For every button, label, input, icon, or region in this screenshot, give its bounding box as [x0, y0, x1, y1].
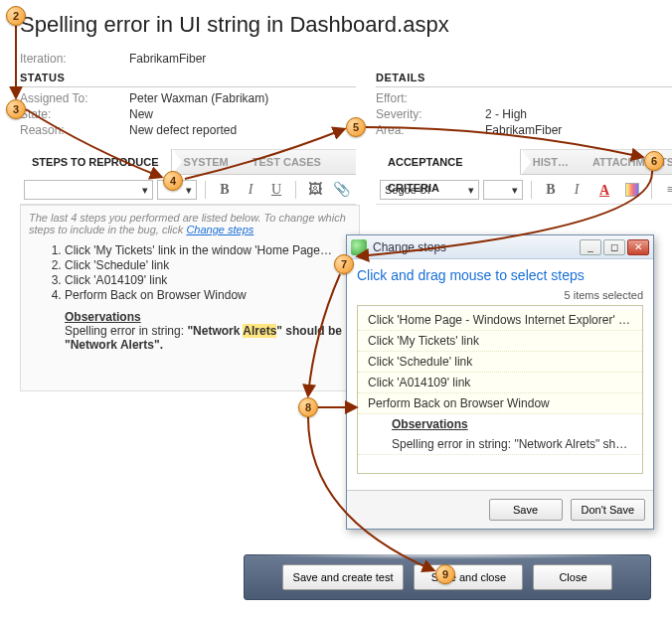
step-option[interactable]: Click 'Schedule' link [358, 352, 642, 373]
attach-button[interactable]: 📎 [330, 179, 352, 201]
change-steps-dialog: Change steps _ ◻ ✕ Click and drag mouse … [346, 234, 654, 530]
close-button[interactable]: Close [533, 564, 612, 590]
minimize-button[interactable]: _ [580, 239, 601, 255]
steps-hint: The last 4 steps you performed are liste… [29, 212, 351, 235]
dialog-title: Change steps [373, 240, 580, 254]
observations-text: Spelling error in string: "Network Alret… [358, 434, 642, 455]
underline-button[interactable]: U [265, 179, 287, 201]
reason-value: New defect reported [129, 123, 237, 137]
assignedto-value: Peter Waxman (Fabrikam) [129, 91, 268, 105]
chevron-down-icon: ▾ [468, 181, 474, 199]
dialog-save-button[interactable]: Save [489, 499, 563, 521]
app-icon [351, 239, 367, 255]
close-button[interactable]: ✕ [627, 239, 649, 255]
bold-button[interactable]: B [540, 179, 562, 201]
reason-label: Reason: [20, 123, 129, 137]
image-button[interactable]: 🖼 [304, 179, 326, 201]
status-column: STATUS Assigned To:Peter Waxman (Fabrika… [20, 72, 356, 391]
maximize-button[interactable]: ◻ [603, 239, 625, 255]
observations-body: Spelling error in string: "Network Alret… [65, 324, 351, 352]
steps-list: Click 'My Tickets' link in the window 'H… [65, 243, 351, 302]
callout-7: 7 [334, 254, 354, 274]
step-option[interactable]: Click 'Home Page - Windows Internet Expl… [358, 310, 642, 331]
observations-header: Observations [358, 414, 642, 434]
save-and-close-button[interactable]: Save and close [414, 564, 523, 590]
steps-editor[interactable]: The last 4 steps you performed are liste… [20, 205, 360, 391]
step-item: Click 'A014109' link [65, 273, 351, 287]
font-color-button[interactable]: A [595, 179, 617, 201]
dialog-dont-save-button[interactable]: Don't Save [571, 499, 645, 521]
step-item: Click 'My Tickets' link in the window 'H… [65, 243, 351, 257]
step-option[interactable]: Perform Back on Browser Window [358, 393, 642, 414]
state-label: State: [20, 107, 129, 121]
chevron-down-icon: ▾ [142, 181, 148, 199]
steps-selector[interactable]: Click 'Home Page - Windows Internet Expl… [357, 305, 643, 474]
font-size-select[interactable]: ▾ [483, 180, 523, 200]
callout-4: 4 [163, 171, 183, 191]
callout-9: 9 [435, 564, 455, 584]
iteration-value: FabrikamFiber [129, 52, 206, 66]
save-and-create-test-button[interactable]: Save and create test [282, 564, 405, 590]
font-family-select[interactable]: ▾ [24, 180, 153, 200]
tab-steps-to-reproduce[interactable]: STEPS TO REPRODUCE [20, 149, 172, 175]
area-label: Area: [376, 123, 485, 137]
area-value: FabrikamFiber [485, 123, 562, 137]
italic-button[interactable]: I [566, 179, 588, 201]
left-toolbar: ▾ ▾ B I U 🖼 📎 [20, 175, 356, 205]
chevron-down-icon: ▾ [512, 181, 518, 199]
severity-label: Severity: [376, 107, 485, 121]
status-header: STATUS [20, 72, 356, 87]
step-option[interactable]: Click 'A014109' link [358, 373, 642, 393]
align-button[interactable]: ≡ [660, 179, 672, 201]
change-steps-link[interactable]: Change steps [186, 224, 253, 235]
step-item: Perform Back on Browser Window [65, 288, 351, 302]
tab-test-cases[interactable]: TEST CASES [241, 149, 333, 175]
right-tabstrip: ACCEPTANCE CRITERIA HIST… ATTACHMENTS [376, 149, 672, 175]
callout-8: 8 [298, 397, 318, 417]
details-header: DETAILS [376, 72, 672, 87]
iteration-label: Iteration: [20, 52, 129, 66]
callout-5: 5 [346, 117, 366, 137]
observations-header: Observations [65, 310, 351, 324]
effort-label: Effort: [376, 91, 485, 105]
step-option[interactable]: Click 'My Tickets' link [358, 331, 642, 352]
tab-system[interactable]: SYSTEM [172, 149, 241, 175]
state-value: New [129, 107, 153, 121]
highlight-button[interactable] [621, 179, 643, 201]
dialog-instruction: Click and drag mouse to select steps [357, 267, 643, 283]
selected-count: 5 items selected [357, 289, 643, 301]
left-tabstrip: STEPS TO REPRODUCE SYSTEM TEST CASES [20, 149, 356, 175]
callout-3: 3 [6, 99, 26, 119]
page-title: Spelling error in UI string in Dashboard… [20, 12, 656, 38]
bold-button[interactable]: B [214, 179, 236, 201]
dialog-titlebar[interactable]: Change steps _ ◻ ✕ [347, 235, 653, 259]
step-item: Click 'Schedule' link [65, 258, 351, 272]
chevron-down-icon: ▾ [186, 181, 192, 199]
callout-6: 6 [644, 151, 664, 171]
callout-2: 2 [6, 6, 26, 26]
tab-acceptance-criteria[interactable]: ACCEPTANCE CRITERIA [376, 149, 521, 175]
severity-value: 2 - High [485, 107, 527, 121]
italic-button[interactable]: I [240, 179, 261, 201]
assignedto-label: Assigned To: [20, 91, 129, 105]
